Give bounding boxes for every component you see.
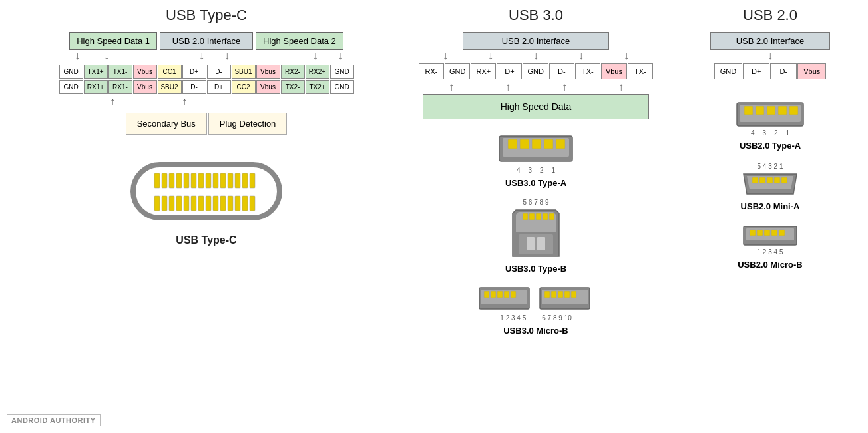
main-container: USB Type-C High Speed Data 1 USB 2.0 Int…: [0, 0, 868, 433]
usb30-arrow1: ↓: [443, 50, 448, 63]
usb20-minia-svg: [740, 171, 800, 197]
usb30-typea-svg: [496, 133, 576, 166]
svg-rect-14: [250, 173, 255, 188]
svg-rect-17: [169, 196, 174, 211]
usb20-typea-label: USB2.0 Type-A: [740, 141, 801, 151]
svg-rect-69: [752, 177, 758, 183]
pin-d-: D-: [182, 80, 206, 94]
usb30-pin-d-: D-: [549, 63, 574, 79]
usb20-pin-d-: D-: [770, 63, 797, 79]
usb30-section: USB 3.0 USB 2.0 Interface ↓ ↓ ↓ ↓ ↓ RX-G…: [406, 7, 666, 426]
usb30-microb-numbers: 1 2 3 4 56 7 8 9 10: [500, 314, 571, 322]
pin-gnd: GND: [330, 65, 354, 79]
svg-rect-7: [198, 173, 204, 188]
pin-vbus: Vbus: [133, 80, 157, 94]
secondary-row: Secondary Bus Plug Detection: [126, 113, 288, 135]
usb30-connectors: 4321 USB3.0 Type-A 5 6 7 8 9: [406, 133, 666, 336]
svg-rect-25: [228, 196, 233, 211]
usb30-arrow3: ↓: [533, 50, 539, 63]
svg-rect-31: [508, 139, 517, 149]
pin-gnd: GND: [59, 65, 83, 79]
svg-rect-3: [169, 173, 174, 188]
usb30-pin-d-: D+: [497, 63, 522, 79]
svg-rect-51: [504, 291, 509, 298]
usb30-title: USB 3.0: [509, 7, 563, 24]
arrow-rx1: ↓: [313, 50, 318, 65]
typec-connector: USB Type-C: [120, 155, 293, 246]
arrow-plug-det: ↓: [182, 94, 187, 109]
usb30-arrow-up4: ↓: [618, 81, 624, 94]
svg-rect-32: [520, 139, 529, 149]
usb30-pin-gnd: GND: [523, 63, 548, 79]
pin-gnd: GND: [330, 80, 354, 94]
svg-rect-33: [532, 139, 541, 149]
usb30-arrow2: ↓: [488, 50, 493, 63]
usb20-minia-block: 5 4 3 2 1 USB2.0 Mini-A: [740, 163, 800, 211]
plug-detection-box: Plug Detection: [208, 113, 288, 135]
usb30-arrow-up2: ↓: [505, 81, 511, 94]
pin-cc1: CC1: [158, 65, 182, 79]
svg-rect-41: [542, 213, 548, 220]
watermark-text: ANDROID AUTHORITY: [11, 416, 96, 424]
svg-rect-55: [544, 291, 550, 298]
svg-rect-2: [162, 173, 167, 188]
usb20-typea-block: 4321 USB2.0 Type-A: [734, 99, 807, 151]
pin-tx2-: TX2+: [306, 80, 329, 94]
svg-rect-59: [571, 291, 576, 298]
usb30-typea-block: 4321 USB3.0 Type-A: [496, 133, 576, 188]
usb30-microb-label: USB3.0 Micro-B: [503, 326, 568, 336]
svg-rect-42: [549, 213, 554, 220]
usb20-section: USB 2.0 USB 2.0 Interface ↓ GNDD+D-Vbus: [666, 7, 868, 426]
svg-rect-10: [220, 173, 226, 188]
svg-rect-4: [176, 173, 182, 188]
usb20-arrow-down: ↓: [767, 50, 773, 63]
pin-vbus: Vbus: [256, 65, 280, 79]
pin-gnd: GND: [59, 80, 83, 94]
svg-rect-50: [497, 291, 503, 298]
svg-rect-35: [556, 139, 565, 149]
svg-rect-13: [242, 173, 248, 188]
svg-rect-66: [789, 106, 798, 115]
usb-typec-section: USB Type-C High Speed Data 1 USB 2.0 Int…: [7, 7, 406, 426]
pin-d-: D+: [207, 80, 231, 94]
typec-header-mid: USB 2.0 Interface: [160, 32, 253, 50]
pin-cc2: CC2: [232, 80, 256, 94]
svg-rect-76: [750, 230, 756, 236]
svg-rect-34: [544, 139, 553, 149]
svg-rect-5: [184, 173, 189, 188]
pin-rx1-: RX1+: [84, 80, 108, 94]
svg-rect-49: [491, 291, 496, 298]
typec-title: USB Type-C: [166, 7, 247, 24]
svg-rect-26: [235, 196, 240, 211]
svg-rect-45: [537, 237, 545, 250]
pin-sbu1: SBU1: [232, 65, 256, 79]
usb20-minia-numbers: 5 4 3 2 1: [758, 163, 783, 170]
usb20-connectors: 4321 USB2.0 Type-A 5 4 3 2 1 USB2.0 Min: [666, 99, 868, 270]
arrow-sec-bus: ↓: [110, 94, 115, 109]
usb20-microb-block: 1 2 3 4 5 USB2.0 Micro-B: [738, 223, 803, 270]
usb30-typea-numbers: 4321: [517, 167, 555, 174]
svg-rect-71: [767, 177, 773, 183]
usb30-pin-vbus: Vbus: [601, 63, 627, 79]
svg-rect-12: [235, 173, 240, 188]
svg-rect-72: [774, 177, 780, 183]
svg-rect-63: [756, 106, 764, 115]
svg-rect-56: [551, 291, 556, 298]
usb30-typeb-svg: [509, 207, 562, 260]
arrow-d2: ↓: [224, 50, 230, 65]
usb20-minia-label: USB2.0 Mini-A: [741, 201, 800, 211]
usb30-pin-tx-: TX-: [628, 63, 653, 79]
usb30-microb-svg: [476, 284, 596, 314]
svg-rect-22: [206, 196, 211, 211]
usb20-pin-vbus: Vbus: [797, 63, 826, 79]
svg-rect-79: [771, 230, 777, 236]
usb20-microb-label: USB2.0 Micro-B: [738, 260, 803, 270]
svg-rect-38: [523, 213, 528, 220]
svg-rect-1: [154, 173, 160, 188]
usb30-pins: RX-GNDRX+D+GNDD-TX-VbusTX-: [419, 63, 653, 79]
usb30-pin-rx-: RX-: [419, 63, 444, 79]
svg-rect-40: [536, 213, 541, 220]
svg-rect-23: [213, 196, 218, 211]
pin-sbu2: SBU2: [158, 80, 182, 94]
usb30-pin-tx-: TX-: [575, 63, 600, 79]
